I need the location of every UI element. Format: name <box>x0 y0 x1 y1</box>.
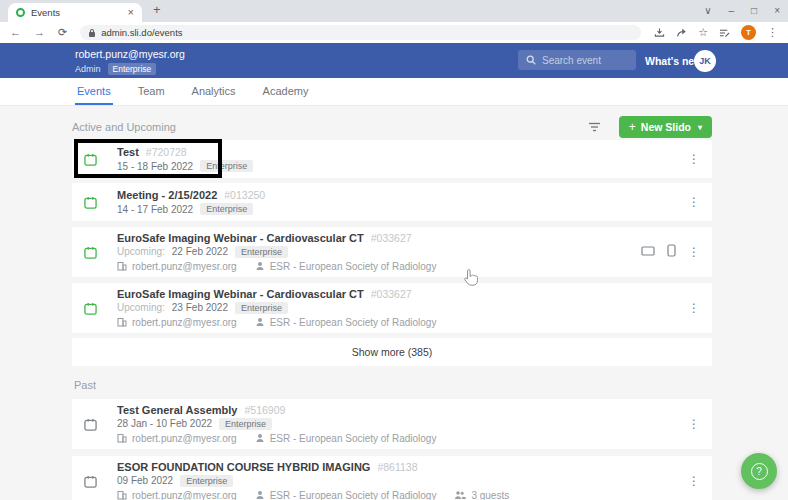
tab-title: Events <box>31 7 122 18</box>
plan-pill: Enterprise <box>219 418 272 430</box>
browser-menu-icon[interactable]: ⋮ <box>767 26 778 39</box>
person-icon <box>255 317 265 329</box>
row-menu-icon[interactable]: ⋮ <box>688 474 700 488</box>
event-row[interactable]: EuroSafe Imaging Webinar - Cardiovascula… <box>72 283 712 333</box>
back-icon[interactable]: ← <box>10 27 21 38</box>
event-title[interactable]: EuroSafe Imaging Webinar - Cardiovascula… <box>117 232 364 244</box>
event-organization: ESR - European Society of Radiology <box>270 490 437 500</box>
event-date: 23 Feb 2022 <box>172 302 228 313</box>
events-list: Active and Upcoming + New Slido ▾ Test#7… <box>72 106 712 500</box>
event-id: #033627 <box>371 288 412 300</box>
present-mode-icon[interactable] <box>641 243 655 261</box>
row-menu-icon[interactable]: ⋮ <box>688 301 700 315</box>
tab-close-icon[interactable]: × <box>128 7 134 18</box>
event-id: #033627 <box>371 232 412 244</box>
share-icon[interactable] <box>676 24 687 42</box>
search-icon <box>526 51 536 69</box>
reload-icon[interactable]: ⟳ <box>58 27 67 38</box>
event-row[interactable]: EuroSafe Imaging Webinar - Cardiovascula… <box>72 227 712 277</box>
show-more-button[interactable]: Show more (385) <box>72 338 712 366</box>
organization-icon <box>117 490 127 500</box>
event-date: 28 Jan - 10 Feb 2022 <box>117 418 212 429</box>
event-title[interactable]: Test General Assembly <box>117 404 237 416</box>
section-title-active: Active and Upcoming <box>72 121 588 133</box>
tab-events[interactable]: Events <box>75 78 113 105</box>
plan-pill: Enterprise <box>180 475 233 487</box>
bookmark-star-icon[interactable]: ☆ <box>698 26 708 39</box>
event-title[interactable]: ESOR FOUNDATION COURSE HYBRID IMAGING <box>117 461 370 473</box>
browser-profile-avatar[interactable]: T <box>741 25 756 40</box>
calendar-icon <box>84 418 97 431</box>
event-id: #720728 <box>146 146 187 158</box>
address-bar[interactable]: admin.sli.do/events <box>80 25 641 40</box>
event-date: 22 Feb 2022 <box>172 246 228 257</box>
search-input[interactable] <box>542 55 628 66</box>
slido-favicon-icon <box>16 8 25 17</box>
mobile-device-icon[interactable] <box>667 243 676 261</box>
guests-icon <box>454 490 466 500</box>
window-maximize-icon[interactable]: □ <box>751 1 757 21</box>
calendar-icon <box>84 302 97 315</box>
event-id: #516909 <box>244 404 285 416</box>
browser-toolbar: ← → ⟳ admin.sli.do/events ☆ T ⋮ <box>0 22 788 43</box>
question-mark-icon: ? <box>751 463 768 480</box>
tab-analytics[interactable]: Analytics <box>190 78 238 105</box>
event-row[interactable]: Test General Assembly#516909 28 Jan - 10… <box>72 399 712 449</box>
plan-pill: Enterprise <box>235 246 288 258</box>
event-organization: ESR - European Society of Radiology <box>270 317 437 328</box>
filter-icon[interactable] <box>588 122 601 132</box>
event-title[interactable]: EuroSafe Imaging Webinar - Cardiovascula… <box>117 288 364 300</box>
event-owner: robert.punz@myesr.org <box>132 317 237 328</box>
organization-icon <box>117 317 127 329</box>
extension-icon[interactable] <box>719 24 730 42</box>
window-close-icon[interactable]: × <box>774 1 780 21</box>
tab-team[interactable]: Team <box>136 78 167 105</box>
forward-icon[interactable]: → <box>34 27 45 38</box>
section-title-past: Past <box>74 379 712 391</box>
account-role: Admin <box>75 64 101 74</box>
event-owner: robert.punz@myesr.org <box>132 261 237 272</box>
event-row[interactable]: Meeting - 2/15/2022#013250 14 - 17 Feb 2… <box>72 183 712 221</box>
user-avatar[interactable]: JK <box>694 50 716 72</box>
plan-pill: Enterprise <box>200 203 253 215</box>
new-tab-button[interactable]: + <box>153 2 161 17</box>
window-minimize-icon[interactable]: – <box>729 1 735 21</box>
download-icon[interactable] <box>654 24 665 42</box>
browser-window: Events × + ∨ – □ × ← → ⟳ admin.sli.do/ev… <box>0 0 788 500</box>
event-owner: robert.punz@myesr.org <box>132 490 237 500</box>
event-organization: ESR - European Society of Radiology <box>270 433 437 444</box>
url-text: admin.sli.do/events <box>101 27 182 38</box>
browser-tab[interactable]: Events × <box>8 3 142 22</box>
event-title[interactable]: Test <box>117 146 139 158</box>
event-search[interactable] <box>518 50 636 70</box>
plan-pill: Enterprise <box>235 302 288 314</box>
plus-icon: + <box>629 120 636 134</box>
event-title[interactable]: Meeting - 2/15/2022 <box>117 189 217 201</box>
plan-badge: Enterprise <box>108 63 157 75</box>
help-button[interactable]: ? <box>741 453 777 489</box>
row-menu-icon[interactable]: ⋮ <box>688 417 700 431</box>
calendar-icon <box>84 153 97 166</box>
event-row[interactable]: ESOR FOUNDATION COURSE HYBRID IMAGING#86… <box>72 456 712 500</box>
new-slido-button[interactable]: + New Slido ▾ <box>619 116 712 138</box>
account-email: robert.punz@myesr.org <box>75 48 185 60</box>
event-date: 09 Feb 2022 <box>117 475 173 486</box>
browser-tab-strip: Events × + ∨ – □ × <box>0 0 788 22</box>
organization-icon <box>117 261 127 273</box>
window-menu-icon[interactable]: ∨ <box>704 1 711 21</box>
row-menu-icon[interactable]: ⋮ <box>688 195 700 209</box>
person-icon <box>255 433 265 445</box>
account-info[interactable]: robert.punz@myesr.org Admin Enterprise <box>75 48 185 75</box>
app-header: robert.punz@myesr.org Admin Enterprise W… <box>0 43 788 78</box>
calendar-icon <box>84 475 97 488</box>
organization-icon <box>117 433 127 445</box>
event-guests: 3 guests <box>471 490 509 500</box>
event-id: #861138 <box>377 461 417 473</box>
row-menu-icon[interactable]: ⋮ <box>688 152 700 166</box>
calendar-icon <box>84 246 97 259</box>
row-menu-icon[interactable]: ⋮ <box>688 245 700 259</box>
tab-academy[interactable]: Academy <box>261 78 311 105</box>
event-row[interactable]: Test#720728 15 - 18 Feb 2022Enterprise ⋮ <box>72 140 712 178</box>
main-nav: Events Team Analytics Academy <box>0 78 788 106</box>
event-id: #013250 <box>224 189 265 201</box>
